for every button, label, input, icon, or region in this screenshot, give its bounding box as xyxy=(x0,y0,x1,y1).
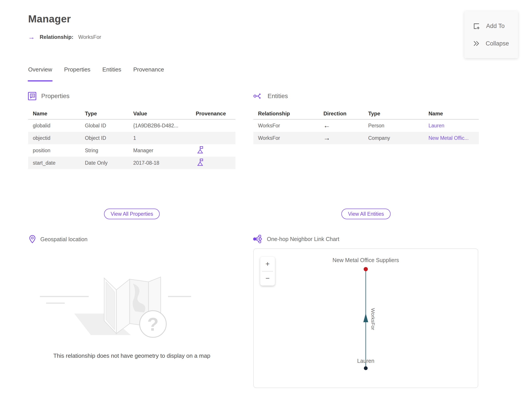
tab-bar: Overview Properties Entities Provenance xyxy=(28,66,164,76)
zoom-out-button[interactable]: − xyxy=(260,271,275,286)
entities-table-header: Relationship Direction Type Name xyxy=(253,108,479,119)
edge-arrowhead-up xyxy=(363,313,368,322)
link-chart-section-title: One-hop Neighbor Link Chart xyxy=(267,236,339,242)
direction-right-arrow: → xyxy=(319,134,364,142)
prop-type: Object ID xyxy=(80,135,129,141)
table-row: position String Manager xyxy=(28,144,235,157)
entities-relationship-icon xyxy=(253,92,263,100)
chevrons-right-icon xyxy=(473,40,480,47)
view-all-properties-button[interactable]: View All Properties xyxy=(104,208,160,219)
prop-provenance xyxy=(191,158,235,168)
col-type: Type xyxy=(364,110,424,117)
prop-value: Manager xyxy=(129,148,191,154)
geospatial-section-title: Geospatial location xyxy=(40,236,88,243)
tab-provenance[interactable]: Provenance xyxy=(133,66,164,76)
col-type: Type xyxy=(80,110,129,117)
table-row: start_date Date Only 2017-08-18 xyxy=(28,157,235,169)
properties-form-icon xyxy=(27,91,37,101)
prop-provenance xyxy=(191,146,235,155)
geospatial-section-header: Geospatial location xyxy=(29,235,88,244)
map-panel xyxy=(116,279,130,333)
relationship-value: WorksFor xyxy=(78,34,101,40)
col-provenance: Provenance xyxy=(191,110,235,117)
prop-value: {1A9DB2B6-D482... xyxy=(129,123,191,129)
properties-section-header: Properties xyxy=(27,91,70,101)
add-to-icon xyxy=(473,22,480,30)
entity-link[interactable]: Lauren xyxy=(424,123,479,129)
prop-name: position xyxy=(28,148,80,154)
relationship-detail-page: Manager → Relationship: WorksFor Add To … xyxy=(0,0,532,403)
ent-relationship: WorksFor xyxy=(253,123,319,129)
col-name: Name xyxy=(424,110,479,117)
zoom-control: + − xyxy=(260,257,275,286)
col-name: Name xyxy=(28,110,80,117)
zoom-in-button[interactable]: + xyxy=(260,257,275,271)
prop-type: Global ID xyxy=(80,123,129,129)
entities-table: Relationship Direction Type Name WorksFo… xyxy=(253,108,479,144)
question-mark: ? xyxy=(147,314,158,335)
collapse-label: Collapse xyxy=(486,40,509,47)
table-row: WorksFor → Company New Metal Offic... xyxy=(253,132,479,144)
relationship-subtitle: → Relationship: WorksFor xyxy=(28,34,101,40)
ent-type: Company xyxy=(364,135,424,141)
node-company[interactable] xyxy=(364,267,368,271)
properties-table: Name Type Value Provenance globalid Glob… xyxy=(28,108,235,169)
node-person[interactable] xyxy=(364,366,368,370)
tab-entities[interactable]: Entities xyxy=(102,66,121,76)
prop-value: 2017-08-18 xyxy=(129,160,191,166)
node-label-person: Lauren xyxy=(357,358,374,364)
direction-left-arrow: ← xyxy=(319,122,364,130)
table-row: objectid Object ID 1 xyxy=(28,132,235,144)
entities-section-title: Entities xyxy=(267,92,288,100)
col-value: Value xyxy=(129,110,191,117)
ent-type: Person xyxy=(364,123,424,129)
tab-properties[interactable]: Properties xyxy=(64,66,90,76)
prop-value: 1 xyxy=(129,135,191,141)
edge-label: WorksFor xyxy=(370,308,376,330)
node-label-company: New Metal Office Suppliers xyxy=(332,257,399,263)
link-chart-icon xyxy=(253,235,262,243)
entity-link[interactable]: New Metal Offic... xyxy=(424,135,479,141)
map-placeholder-illustration: ? xyxy=(38,257,193,346)
map-pin-icon xyxy=(29,235,36,244)
view-all-entities-button[interactable]: View All Entities xyxy=(341,208,391,219)
ent-relationship: WorksFor xyxy=(253,135,319,141)
prop-type: String xyxy=(80,148,129,154)
provenance-flag-icon[interactable] xyxy=(197,158,204,166)
table-row: globalid Global ID {1A9DB2B6-D482... xyxy=(28,119,235,132)
provenance-flag-icon[interactable] xyxy=(197,146,204,154)
link-chart-section-header: One-hop Neighbor Link Chart xyxy=(253,235,339,243)
collapse-button[interactable]: Collapse xyxy=(473,40,518,47)
page-title: Manager xyxy=(28,13,71,25)
relationship-label: Relationship: xyxy=(40,34,73,40)
prop-name: objectid xyxy=(28,135,80,141)
add-to-label: Add To xyxy=(486,23,505,30)
no-geometry-message: This relationship does not have geometry… xyxy=(28,352,235,359)
link-chart-graph: New Metal Office Suppliers WorksFor Laur… xyxy=(253,249,478,388)
properties-table-header: Name Type Value Provenance xyxy=(28,108,235,119)
link-chart-canvas[interactable]: + − New Metal Office Suppliers WorksFor … xyxy=(253,248,478,388)
col-direction: Direction xyxy=(319,110,364,117)
col-relationship: Relationship xyxy=(253,110,319,117)
entities-section-header: Entities xyxy=(253,92,288,100)
prop-name: globalid xyxy=(28,123,80,129)
properties-section-title: Properties xyxy=(41,92,70,100)
tab-overview[interactable]: Overview xyxy=(28,66,52,76)
table-row: WorksFor ← Person Lauren xyxy=(253,119,479,132)
add-to-button[interactable]: Add To xyxy=(473,22,518,30)
prop-type: Date Only xyxy=(80,160,129,166)
actions-panel: Add To Collapse xyxy=(464,11,518,58)
prop-name: start_date xyxy=(28,160,80,166)
relationship-arrow-icon: → xyxy=(28,34,35,40)
